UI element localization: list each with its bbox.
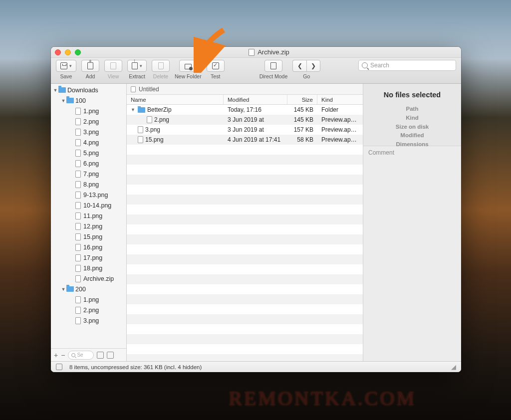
checkmark-icon bbox=[212, 62, 219, 69]
test-button[interactable] bbox=[207, 60, 225, 72]
sidebar-file[interactable]: 11.png bbox=[51, 210, 126, 221]
preview-toggle-icon[interactable] bbox=[107, 352, 114, 359]
sidebar-item-downloads[interactable]: ▼Downloads bbox=[51, 85, 126, 95]
file-icon bbox=[74, 191, 82, 199]
app-window: Archive.zip ▾ Save Add View ▾ Extract De… bbox=[51, 47, 461, 372]
disclosure-triangle-icon[interactable]: ▼ bbox=[53, 88, 58, 93]
file-size: 58 KB bbox=[287, 136, 317, 143]
table-row-empty bbox=[127, 264, 363, 274]
preset-icon[interactable] bbox=[97, 352, 104, 359]
file-icon bbox=[74, 181, 82, 189]
table-row[interactable]: 3.png3 Jun 2019 at157 KBPreview.app Doc bbox=[127, 125, 363, 135]
sidebar-search-input[interactable]: Se bbox=[68, 351, 94, 360]
window-title: Archive.zip bbox=[81, 48, 457, 56]
column-modified[interactable]: Modified bbox=[224, 95, 287, 104]
add-folder-button[interactable]: + bbox=[54, 351, 58, 359]
sidebar-file[interactable]: 3.png bbox=[51, 127, 126, 137]
resize-grip-icon[interactable]: ◢ bbox=[451, 363, 456, 371]
table-row-empty bbox=[127, 145, 363, 155]
chevron-down-icon: ▾ bbox=[140, 63, 142, 68]
inspector-title: No files selected bbox=[368, 91, 456, 99]
sidebar-file[interactable]: 12.png bbox=[51, 221, 126, 231]
sidebar-file[interactable]: 10-14.png bbox=[51, 200, 126, 210]
sidebar-file[interactable]: 17.png bbox=[51, 252, 126, 263]
view-icon bbox=[110, 62, 116, 69]
file-icon bbox=[74, 202, 82, 210]
tree-item-label: 2.png bbox=[83, 307, 99, 314]
search-input[interactable]: Search bbox=[358, 60, 456, 71]
table-row[interactable]: 2.png3 Jun 2019 at145 KBPreview.app Doc bbox=[127, 115, 363, 125]
sidebar-file[interactable]: 1.png bbox=[51, 294, 126, 305]
disclosure-triangle-icon[interactable]: ▼ bbox=[61, 98, 66, 103]
go-back-button[interactable]: ❮ bbox=[292, 60, 306, 72]
tree-item-label: 100 bbox=[75, 97, 86, 104]
watermark-text: REMONTKA.COM bbox=[229, 387, 416, 410]
table-row[interactable]: 15.png4 Jun 2019 at 17:4158 KBPreview.ap… bbox=[127, 135, 363, 145]
table-row-empty bbox=[127, 354, 363, 361]
file-name: 15.png bbox=[145, 136, 164, 143]
file-icon bbox=[74, 233, 82, 241]
sidebar-file[interactable]: 4.png bbox=[51, 137, 126, 148]
column-kind[interactable]: Kind bbox=[317, 95, 363, 104]
column-size[interactable]: Size bbox=[287, 95, 317, 104]
file-icon bbox=[138, 126, 143, 133]
sidebar-search-placeholder: Se bbox=[77, 352, 83, 358]
sidebar-file[interactable]: 18.png bbox=[51, 263, 126, 273]
sidebar-file[interactable]: 2.png bbox=[51, 116, 126, 127]
sidebar-file[interactable]: 6.png bbox=[51, 158, 126, 169]
extract-label: Extract bbox=[129, 73, 145, 79]
sidebar-file[interactable]: 7.png bbox=[51, 169, 126, 179]
search-icon bbox=[362, 62, 368, 68]
inspector-kind-label: Kind bbox=[368, 114, 456, 123]
toolbar: ▾ Save Add View ▾ Extract Delete New Fol… bbox=[51, 58, 461, 84]
file-icon bbox=[74, 118, 82, 126]
zip-file-icon bbox=[249, 49, 255, 56]
window-title-text: Archive.zip bbox=[257, 48, 289, 56]
expand-icon[interactable] bbox=[56, 364, 62, 370]
sidebar-file[interactable]: 16.png bbox=[51, 242, 126, 252]
table-row[interactable]: ▼BetterZipToday, 17:16145 KBFolder bbox=[127, 105, 363, 115]
file-icon bbox=[74, 254, 82, 262]
sidebar-folder-200[interactable]: ▼200 bbox=[51, 284, 126, 294]
zoom-button[interactable] bbox=[75, 49, 81, 55]
sidebar-file[interactable]: 15.png bbox=[51, 231, 126, 242]
path-bar[interactable]: Untitled bbox=[127, 84, 363, 95]
inspector-pane: No files selected Path Kind Size on disk… bbox=[363, 84, 461, 361]
sidebar-file[interactable]: 3.png bbox=[51, 315, 126, 326]
file-name: BetterZip bbox=[147, 106, 172, 113]
column-name[interactable]: Name bbox=[127, 95, 224, 104]
table-row-empty bbox=[127, 165, 363, 175]
sidebar-file[interactable]: 8.png bbox=[51, 179, 126, 190]
add-button[interactable] bbox=[81, 60, 99, 72]
close-button[interactable] bbox=[55, 49, 61, 55]
sidebar-file[interactable]: 5.png bbox=[51, 148, 126, 158]
table-row-empty bbox=[127, 195, 363, 205]
tree-item-label: Downloads bbox=[67, 87, 98, 94]
minimize-button[interactable] bbox=[65, 49, 71, 55]
sidebar-folder-100[interactable]: ▼100 bbox=[51, 95, 126, 106]
delete-button[interactable] bbox=[152, 60, 170, 72]
table-row-empty bbox=[127, 205, 363, 214]
sidebar-file[interactable]: Archive.zip bbox=[51, 273, 126, 284]
disclosure-triangle-icon[interactable]: ▼ bbox=[131, 107, 136, 112]
tree-item-label: 4.png bbox=[83, 139, 99, 146]
sidebar-file[interactable]: 2.png bbox=[51, 305, 126, 315]
new-folder-button[interactable] bbox=[179, 60, 197, 72]
file-icon bbox=[74, 160, 82, 168]
view-button[interactable] bbox=[104, 60, 122, 72]
direct-mode-button[interactable] bbox=[264, 60, 282, 72]
file-modified: 3 Jun 2019 at bbox=[224, 116, 287, 123]
tree-item-label: 11.png bbox=[83, 212, 102, 219]
tree-item-label: 15.png bbox=[83, 233, 102, 240]
disclosure-triangle-icon[interactable]: ▼ bbox=[61, 287, 66, 292]
remove-folder-button[interactable]: − bbox=[61, 351, 65, 359]
extract-button[interactable]: ▾ bbox=[127, 60, 147, 72]
save-button[interactable]: ▾ bbox=[56, 60, 76, 72]
sidebar-file[interactable]: 1.png bbox=[51, 106, 126, 116]
window-titlebar[interactable]: Archive.zip bbox=[51, 47, 461, 58]
tree-item-label: 3.png bbox=[83, 129, 99, 136]
sidebar-file[interactable]: 9-13.png bbox=[51, 190, 126, 200]
file-icon bbox=[74, 107, 82, 115]
folder-tree: ▼Downloads▼1001.png2.png3.png4.png5.png6… bbox=[51, 84, 126, 348]
go-forward-button[interactable]: ❯ bbox=[306, 60, 320, 72]
